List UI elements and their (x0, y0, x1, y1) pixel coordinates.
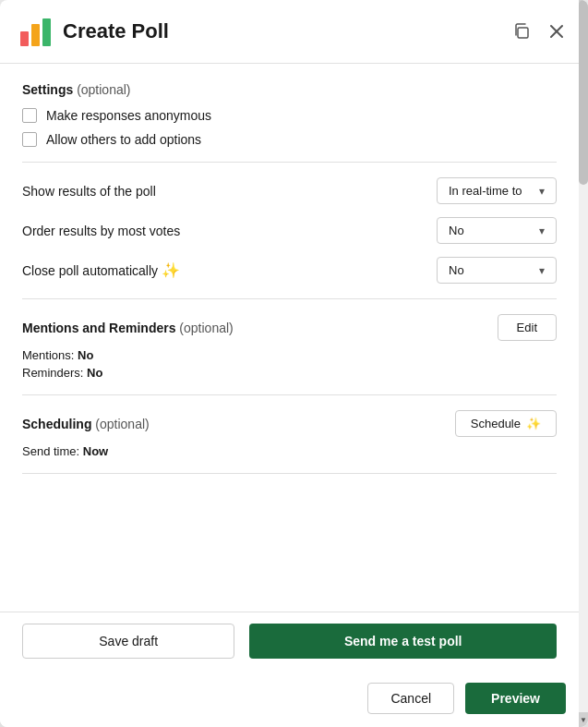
header-actions (509, 18, 570, 44)
mentions-section: Mentions and Reminders (optional) Edit M… (22, 314, 557, 380)
show-results-label: Show results of the poll (22, 184, 156, 199)
close-button[interactable] (544, 18, 570, 44)
order-results-label: Order results by most votes (22, 224, 180, 238)
reminders-info-row: Reminders: No (22, 366, 557, 380)
show-results-select[interactable]: In real-time to ▾ (437, 177, 557, 204)
close-poll-row: Close poll automatically ✨ No ▾ (22, 257, 557, 284)
close-poll-label: Close poll automatically ✨ (22, 261, 180, 279)
others-label: Allow others to add options (46, 132, 201, 147)
scrollbar-track[interactable]: ▲ ▼ (579, 0, 588, 727)
copy-button[interactable] (509, 18, 534, 44)
save-draft-button[interactable]: Save draft (22, 624, 234, 659)
divider-3 (22, 394, 557, 395)
schedule-button[interactable]: Schedule ✨ (455, 410, 557, 437)
svg-rect-3 (518, 28, 528, 38)
divider-4 (22, 473, 557, 474)
mentions-section-title: Mentions and Reminders (optional) (22, 321, 234, 335)
page-title: Create Poll (63, 19, 498, 43)
scheduling-section-title: Scheduling (optional) (22, 417, 150, 431)
others-checkbox[interactable] (22, 132, 37, 147)
order-results-select[interactable]: No ▾ (437, 217, 557, 244)
chevron-down-icon: ▾ (539, 264, 545, 277)
chevron-down-icon: ▾ (539, 185, 545, 198)
scrollbar-arrow-down[interactable]: ▼ (579, 712, 588, 727)
chevron-down-icon: ▾ (539, 224, 545, 237)
show-results-row: Show results of the poll In real-time to… (22, 177, 557, 204)
scheduling-header: Scheduling (optional) Schedule ✨ (22, 410, 557, 437)
app-logo (18, 15, 52, 48)
modal-header: Create Poll (0, 0, 588, 64)
anonymous-checkbox[interactable] (22, 108, 37, 123)
modal-footer: Cancel Preview (0, 670, 588, 727)
others-checkbox-row: Allow others to add options (22, 132, 557, 147)
order-results-row: Order results by most votes No ▾ (22, 217, 557, 244)
action-bar: Save draft Send me a test poll (0, 612, 588, 670)
svg-rect-0 (20, 31, 29, 46)
anonymous-checkbox-row: Make responses anonymous (22, 108, 557, 123)
mentions-info-row: Mentions: No (22, 348, 557, 362)
send-time-row: Send time: Now (22, 444, 557, 458)
settings-section-title: Settings (optional) (22, 82, 557, 97)
svg-rect-1 (31, 24, 40, 46)
preview-button[interactable]: Preview (465, 683, 566, 714)
sparkle-icon: ✨ (162, 262, 180, 278)
scrollbar-thumb[interactable] (579, 0, 588, 185)
copy-icon (512, 22, 531, 41)
svg-rect-2 (42, 18, 51, 46)
close-icon (547, 22, 566, 41)
anonymous-label: Make responses anonymous (46, 108, 211, 123)
close-poll-select[interactable]: No ▾ (437, 257, 557, 284)
divider-1 (22, 162, 557, 163)
mentions-header: Mentions and Reminders (optional) Edit (22, 314, 557, 341)
test-poll-button[interactable]: Send me a test poll (249, 624, 557, 659)
schedule-sparkle-icon: ✨ (526, 417, 541, 430)
divider-2 (22, 298, 557, 299)
modal-create-poll: ▲ ▼ Create Poll (0, 0, 588, 727)
edit-button[interactable]: Edit (498, 314, 557, 341)
cancel-button[interactable]: Cancel (367, 683, 454, 714)
modal-content: Settings (optional) Make responses anony… (0, 64, 588, 612)
